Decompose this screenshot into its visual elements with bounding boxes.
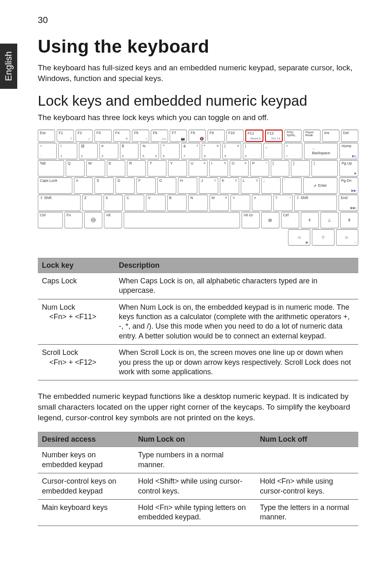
key-f11: F11NumLk bbox=[245, 130, 263, 142]
language-tab: English bbox=[0, 44, 17, 89]
key-f6: F6▭▪ bbox=[151, 130, 168, 142]
key-home: Home▶|| bbox=[339, 143, 358, 159]
page-number: 30 bbox=[38, 15, 358, 25]
th-lock-key: Lock key bbox=[38, 258, 115, 273]
cell-off bbox=[256, 447, 358, 473]
cell-key: Scroll Lock <Fn> + <F12> bbox=[38, 345, 115, 380]
cell-access: Number keys on embedded keypad bbox=[38, 447, 134, 473]
key-prtsc: PrtSc SysRq bbox=[284, 130, 302, 142]
cell-desc: When Num Lock is on, the embedded keypad… bbox=[115, 299, 358, 345]
key-capslock: Caps Lock bbox=[38, 177, 72, 194]
section-sub: The keyboard has three lock keys which y… bbox=[38, 112, 358, 123]
key-backspace: ← Backspace bbox=[304, 143, 338, 159]
kb-row-zxcv: ⇧ Shift Z X C V B N M0 < >. ?/ ⇧ Shift E… bbox=[38, 195, 358, 211]
kb-row-function: Esc F1? F2☼ F3 F4✶ F5⌂ F6▭▪ F7📷 F8🔇 F9 F… bbox=[38, 130, 358, 142]
kb-row-bottom: Ctrl Fn Alt Alt Gr ▤ Ctrl € △ $ bbox=[38, 212, 358, 228]
key-space bbox=[124, 212, 240, 228]
table-row: Number keys on embedded keypad Type numb… bbox=[38, 447, 358, 473]
key-q: Q bbox=[66, 160, 85, 176]
key-8: *88 bbox=[202, 143, 221, 159]
th-numlock-off: Num Lock off bbox=[256, 432, 358, 447]
key-4: $4 bbox=[120, 143, 139, 159]
key-a: A bbox=[74, 177, 93, 194]
cell-desc: When Caps Lock is on, all alphabetic cha… bbox=[115, 273, 358, 299]
table-row: Scroll Lock <Fn> + <F12> When Scroll Loc… bbox=[38, 345, 358, 380]
key-ctrl-right: Ctrl bbox=[281, 212, 299, 228]
key-esc: Esc bbox=[38, 130, 55, 142]
th-description: Description bbox=[115, 258, 358, 273]
key-pgdn: Pg Dn▶▶ bbox=[339, 177, 358, 194]
key-y: Y bbox=[168, 160, 187, 176]
key-h: H bbox=[178, 177, 197, 194]
key-backslash: | bbox=[311, 160, 338, 176]
cell-access: Main keyboard keys bbox=[38, 499, 134, 526]
cell-off: Type the letters in a normal manner. bbox=[256, 499, 358, 526]
key-f8: F8🔇 bbox=[189, 130, 206, 142]
table-row: Cursor-control keys on embedded keypad H… bbox=[38, 473, 358, 500]
key-w: W bbox=[86, 160, 105, 176]
kb-row-qwerty: Tab Q W E R T Y U4 I5 O6 P* [ ] | Pg Up■ bbox=[38, 160, 358, 176]
key-z: Z bbox=[82, 195, 102, 211]
th-numlock-on: Num Lock on bbox=[134, 432, 256, 447]
key-pause: Pause Break bbox=[303, 130, 321, 142]
key-e: E bbox=[107, 160, 126, 176]
key-1: !1 bbox=[58, 143, 77, 159]
cell-desc: When Scroll Lock is on, the screen moves… bbox=[115, 345, 358, 380]
page-title: Using the keyboard bbox=[38, 36, 358, 57]
key-v: V bbox=[146, 195, 166, 211]
key-period: >. bbox=[252, 195, 272, 211]
key-f2: F2☼ bbox=[76, 130, 93, 142]
cell-access: Cursor-control keys on embedded keypad bbox=[38, 473, 134, 500]
key-d: D bbox=[115, 177, 135, 194]
key-ctrl-left: Ctrl bbox=[38, 212, 63, 228]
cell-key: Num Lock <Fn> + <F11> bbox=[38, 299, 115, 345]
key-f9: F9 bbox=[208, 130, 225, 142]
key-f10: F10 bbox=[226, 130, 244, 142]
key-arrow-left: ◁◉ bbox=[288, 229, 310, 246]
key-t: T bbox=[148, 160, 166, 176]
key-x: X bbox=[104, 195, 123, 211]
cell-off: Hold <Fn> while using cursor-control key… bbox=[256, 473, 358, 500]
th-desired-access: Desired access bbox=[38, 432, 134, 447]
key-equals: += bbox=[284, 143, 303, 159]
key-del: Del bbox=[341, 130, 358, 142]
section-heading: Lock keys and embedded numeric keypad bbox=[38, 93, 358, 109]
cell-on: Type numbers in a normal manner. bbox=[134, 447, 256, 473]
key-rbracket: ] bbox=[291, 160, 310, 176]
key-k: K2 bbox=[220, 177, 239, 194]
key-f7: F7📷 bbox=[170, 130, 187, 142]
key-tab: Tab bbox=[38, 160, 64, 176]
key-menu: ▤ bbox=[261, 212, 279, 228]
key-n: N bbox=[188, 195, 208, 211]
key-tilde: ~` bbox=[38, 143, 57, 159]
table-row: Num Lock <Fn> + <F11> When Num Lock is o… bbox=[38, 299, 358, 345]
key-f5: F5⌂ bbox=[132, 130, 149, 142]
keyboard-diagram: Esc F1? F2☼ F3 F4✶ F5⌂ F6▭▪ F7📷 F8🔇 F9 F… bbox=[38, 130, 358, 246]
key-arrow-up: △ bbox=[321, 212, 339, 228]
key-6: ^6 bbox=[161, 143, 180, 159]
key-arrow-right: ▷○ bbox=[336, 229, 358, 246]
key-b: B bbox=[167, 195, 187, 211]
key-f: F bbox=[136, 177, 156, 194]
intro-paragraph: The keyboard has full-sized keys and an … bbox=[38, 63, 358, 83]
key-lbracket: [ bbox=[271, 160, 290, 176]
key-quote: ' bbox=[282, 177, 302, 194]
key-m: M0 bbox=[210, 195, 229, 211]
key-f1: F1? bbox=[57, 130, 74, 142]
key-pgup: Pg Up■ bbox=[339, 160, 358, 176]
mid-paragraph: The embedded numeric keypad functions li… bbox=[38, 391, 358, 423]
cell-key: Caps Lock bbox=[38, 273, 115, 299]
key-arrow-down: ▽ bbox=[312, 229, 334, 246]
key-fn: Fn bbox=[65, 212, 83, 228]
key-shift-left: ⇧ Shift bbox=[38, 195, 81, 211]
key-5: %5€ bbox=[140, 143, 159, 159]
key-2: @2 bbox=[79, 143, 98, 159]
key-0: )0 bbox=[243, 143, 262, 159]
key-ins: Ins bbox=[322, 130, 339, 142]
key-3: #3 bbox=[99, 143, 118, 159]
key-f3: F3 bbox=[95, 130, 112, 142]
key-u: U4 bbox=[189, 160, 208, 176]
key-c: C bbox=[125, 195, 144, 211]
key-s: S bbox=[95, 177, 114, 194]
table-row: Caps Lock When Caps Lock is on, all alph… bbox=[38, 273, 358, 299]
